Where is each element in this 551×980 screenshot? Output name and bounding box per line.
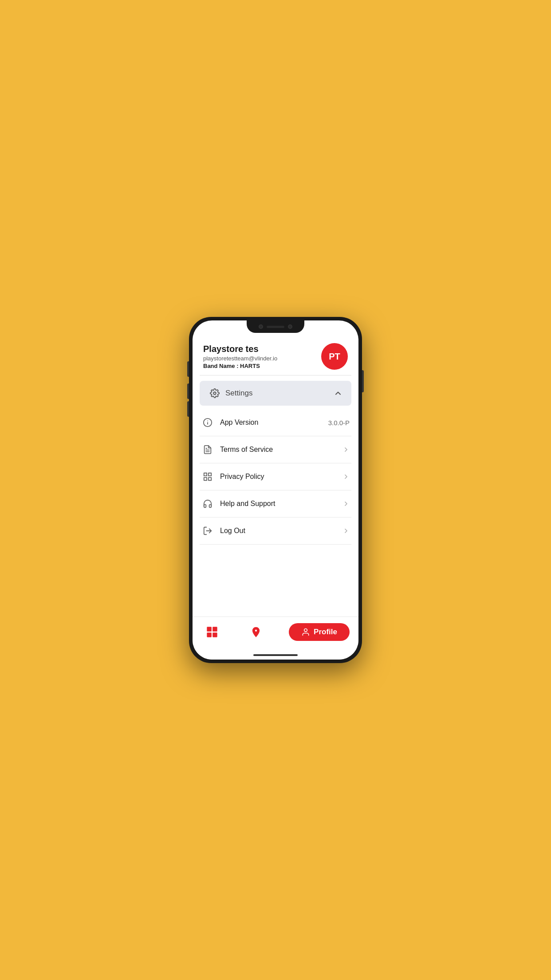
document-icon (201, 443, 214, 456)
home-indicator (193, 651, 358, 660)
notch (247, 320, 304, 333)
logout-label: Log Out (220, 527, 245, 535)
screen-content: Playstore tes playstoretestteam@vlinder.… (193, 320, 358, 660)
bottom-navigation: Profile (193, 616, 358, 651)
profile-name: Playstore tes (203, 344, 321, 354)
home-bar (253, 654, 298, 656)
terms-left: Terms of Service (201, 443, 273, 456)
content-spacer (193, 545, 358, 616)
profile-info: Playstore tes playstoretestteam@vlinder.… (203, 344, 321, 369)
svg-rect-11 (208, 628, 211, 631)
info-icon (201, 416, 214, 429)
header-divider (200, 375, 351, 375)
svg-rect-7 (209, 473, 211, 476)
headset-icon (201, 498, 214, 510)
help-label: Help and Support (220, 500, 276, 508)
phone-frame: Playstore tes playstoretestteam@vlinder.… (189, 317, 362, 663)
logout-chevron-icon (342, 527, 350, 534)
svg-rect-13 (208, 633, 211, 636)
front-camera (259, 324, 263, 329)
profile-band: Band Name : HARTS (203, 363, 321, 369)
menu-item-privacy[interactable]: Privacy Policy (200, 463, 351, 490)
logout-icon (201, 525, 214, 537)
svg-rect-6 (204, 473, 207, 476)
svg-rect-9 (204, 478, 207, 480)
help-left: Help and Support (201, 498, 276, 510)
privacy-icon (201, 470, 214, 483)
terms-label: Terms of Service (220, 446, 273, 454)
profile-email: playstoretestteam@vlinder.io (203, 355, 321, 362)
nav-profile-label: Profile (314, 628, 337, 636)
settings-icon (209, 387, 221, 399)
phone-screen: Playstore tes playstoretestteam@vlinder.… (193, 320, 358, 660)
front-sensor (288, 324, 292, 329)
avatar: PT (321, 343, 348, 370)
svg-point-0 (213, 392, 216, 395)
help-chevron-icon (342, 500, 350, 507)
band-value: HARTS (240, 363, 260, 369)
menu-item-app-version: App Version 3.0.0-P (200, 409, 351, 436)
nav-menu-button[interactable] (201, 622, 223, 642)
app-version-label: App Version (220, 419, 258, 427)
privacy-left: Privacy Policy (201, 470, 264, 483)
svg-rect-12 (213, 628, 216, 631)
settings-left: Settings (209, 387, 252, 399)
speaker (267, 326, 284, 328)
svg-rect-8 (209, 478, 211, 480)
profile-header: Playstore tes playstoretestteam@vlinder.… (193, 336, 358, 375)
settings-label: Settings (225, 389, 252, 398)
privacy-chevron-icon (342, 473, 350, 480)
menu-item-terms[interactable]: Terms of Service (200, 436, 351, 463)
logout-left: Log Out (201, 525, 245, 537)
settings-section-header[interactable]: Settings (200, 381, 351, 406)
privacy-label: Privacy Policy (220, 473, 264, 481)
app-version-left: App Version (201, 416, 258, 429)
avatar-initials: PT (329, 352, 340, 362)
person-icon (301, 628, 310, 636)
terms-chevron-icon (342, 446, 350, 453)
menu-item-help[interactable]: Help and Support (200, 490, 351, 518)
nav-profile-button[interactable]: Profile (289, 623, 350, 641)
settings-collapse-icon (334, 389, 342, 398)
nav-location-button[interactable] (245, 622, 267, 642)
band-label: Band Name : (203, 363, 238, 369)
menu-list: App Version 3.0.0-P (193, 409, 358, 545)
svg-rect-14 (213, 633, 216, 636)
app-version-value: 3.0.0-P (328, 419, 350, 427)
svg-point-15 (304, 629, 307, 632)
menu-item-logout[interactable]: Log Out (200, 518, 351, 545)
